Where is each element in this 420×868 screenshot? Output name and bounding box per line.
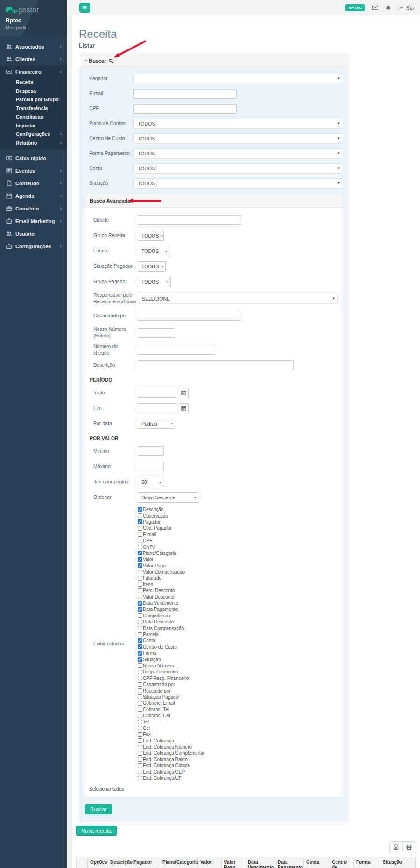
column-checkbox-tel[interactable]: Tel	[138, 719, 338, 725]
column-checkbox-itens[interactable]: Itens	[138, 581, 338, 588]
checkbox[interactable]	[138, 745, 142, 749]
input-e-mail[interactable]	[133, 89, 237, 99]
checkbox[interactable]	[138, 657, 142, 662]
sidebar-item-email-marketing[interactable]: Email Marketing‹	[0, 215, 67, 227]
column-checkbox-resp-financeiro[interactable]: Resp. Financeiro	[138, 669, 338, 675]
sidebar-item-conteudo[interactable]: Conteúdo‹	[0, 177, 67, 189]
sidebar-item-agenda[interactable]: Agenda‹	[0, 189, 67, 202]
checkbox[interactable]	[138, 757, 142, 762]
column-checkbox-forma[interactable]: Forma	[138, 650, 338, 656]
column-checkbox-observacao[interactable]: Observação	[138, 512, 338, 518]
column-checkbox-cel[interactable]: Cel	[138, 725, 338, 731]
checkbox[interactable]	[138, 620, 142, 624]
sidebar-item-clientes[interactable]: Clientes‹	[0, 53, 67, 65]
column-checkbox-e-mail[interactable]: E-mail	[138, 532, 338, 538]
checkbox[interactable]	[138, 557, 142, 562]
checkbox[interactable]	[138, 545, 142, 549]
column-checkbox-situacao-pagador[interactable]: Situação Pagador	[138, 694, 338, 700]
checkbox[interactable]	[138, 570, 142, 574]
input-inicio[interactable]	[138, 388, 177, 398]
select-plano-de-contas[interactable]: TODOS▾	[133, 119, 343, 129]
column-checkbox-valor-pago[interactable]: Valor Pago	[138, 563, 338, 569]
checkbox[interactable]	[138, 582, 142, 587]
select-grupo-pagador[interactable]: TODOS›	[138, 277, 171, 287]
column-checkbox-data-vencimento[interactable]: Data Vencimento	[138, 600, 338, 606]
column-checkbox-competencia[interactable]: Competência	[138, 613, 338, 619]
sidebar-subitem-importar[interactable]: Importar	[0, 121, 67, 130]
column-checkbox-faturado[interactable]: Faturado	[138, 575, 338, 581]
export-excel-button[interactable]	[390, 842, 402, 853]
sidebar-item-convenio[interactable]: Convênio‹	[0, 202, 67, 215]
sidebar-subitem-configuracoes[interactable]: Configurações‹	[0, 130, 67, 139]
sidebar-subitem-transferencia[interactable]: Transferência	[0, 104, 67, 113]
select-responsavel-pelo-recebimento-baixa[interactable]: SELECIONE▾	[138, 294, 338, 304]
column-checkbox-cod-pagador[interactable]: Cód. Pagador	[138, 525, 338, 531]
column-checkbox-end-cobranca[interactable]: End. Cobrança	[138, 737, 338, 743]
calendar-button[interactable]	[179, 388, 189, 398]
column-checkbox-plano-categoria[interactable]: Plano/Categoria	[138, 550, 338, 556]
column-checkbox-end-cobranca-uf[interactable]: End. Cobrança UF	[138, 775, 338, 781]
column-checkbox-valor-desconto[interactable]: Valor Desconto	[138, 594, 338, 600]
column-checkbox-data-desconto[interactable]: Data Desconto	[138, 619, 338, 625]
sidebar-item-associados[interactable]: Associados‹	[0, 40, 67, 53]
table-settings-cell[interactable]: ▾	[77, 857, 88, 868]
checkbox[interactable]	[138, 532, 142, 537]
checkbox[interactable]	[138, 551, 142, 555]
advanced-search-header[interactable]: Busca Avançada	[85, 194, 343, 208]
select-por-data[interactable]: Padrão›	[138, 419, 175, 429]
checkbox[interactable]	[138, 770, 142, 774]
input-cpf[interactable]	[133, 104, 237, 114]
column-checkbox-cnpj[interactable]: CNPJ	[138, 544, 338, 550]
input-cidade[interactable]	[138, 215, 241, 225]
app-logo[interactable]: rp gestor	[6, 6, 61, 14]
column-checkbox-recebido-por[interactable]: Recebido por	[138, 687, 338, 693]
sidebar-subitem-parcela-por-grupo[interactable]: Parcela por Grupo	[0, 95, 67, 104]
checkbox[interactable]	[138, 776, 142, 780]
column-checkbox-cobranc-tel[interactable]: Cobranc. Tel	[138, 707, 338, 713]
sidebar-item-usuario[interactable]: Usuário	[0, 227, 67, 240]
checkbox[interactable]	[138, 563, 142, 568]
checkbox[interactable]	[138, 738, 142, 743]
sidebar-subitem-conciliacao[interactable]: Conciliação	[0, 112, 67, 121]
checkbox[interactable]	[138, 613, 142, 618]
column-checkbox-valor[interactable]: Valor	[138, 556, 338, 562]
column-checkbox-fax[interactable]: Fax	[138, 731, 338, 737]
select-itens-por-pagina[interactable]: 50›	[138, 477, 163, 487]
checkbox[interactable]	[138, 519, 142, 524]
column-checkbox-centro-de-custo[interactable]: Centro de Custo	[138, 644, 338, 650]
select-conta[interactable]: TODOS▾	[133, 163, 343, 174]
checkbox[interactable]	[138, 732, 142, 737]
input-numero-do-cheque[interactable]	[138, 345, 216, 355]
messages-button[interactable]	[372, 5, 378, 11]
column-checkbox-end-cobranca-cep[interactable]: End. Cobrança CEP	[138, 769, 338, 775]
checkbox[interactable]	[138, 588, 142, 593]
checkbox[interactable]	[138, 707, 142, 712]
column-checkbox-cobranc-cel[interactable]: Cobranc. Cel	[138, 713, 338, 719]
column-checkbox-end-cobranca-numero[interactable]: End. Cobrança Número	[138, 744, 338, 750]
sidebar-subitem-relatorio[interactable]: Relatório‹	[0, 139, 67, 147]
input-descricao[interactable]	[138, 360, 294, 370]
checkbox[interactable]	[138, 726, 142, 730]
sidebar-subitem-receita[interactable]: Receita	[0, 78, 67, 87]
checkbox[interactable]	[138, 694, 142, 699]
column-checkbox-pagador[interactable]: Pagador	[138, 519, 338, 525]
column-checkbox-end-cobranca-complemento[interactable]: End. Cobrança Complemento	[138, 750, 338, 756]
column-checkbox-valor-compensacao[interactable]: Valor Compensaçao	[138, 569, 338, 575]
column-checkbox-cpf[interactable]: CPF	[138, 538, 338, 544]
column-checkbox-end-cobranca-bairro[interactable]: End. Cobrança Bairro	[138, 756, 338, 763]
checkbox[interactable]	[138, 638, 142, 643]
sidebar-item-caixa-rapido[interactable]: Caixa rápido	[0, 152, 67, 164]
column-checkbox-nosso-numero[interactable]: Nosso Número	[138, 663, 338, 669]
column-checkbox-data-pagamento[interactable]: Data Pagamento	[138, 606, 338, 612]
sidebar-item-configuracoes[interactable]: Configurações‹	[0, 240, 67, 252]
select-forma-pagamento[interactable]: TODOS▾	[133, 148, 343, 159]
search-submit-button[interactable]: Buscar	[85, 804, 112, 814]
column-checkbox-cadastrado-por[interactable]: Cadastrado por	[138, 681, 338, 687]
checkbox[interactable]	[138, 670, 142, 674]
checkbox[interactable]	[138, 607, 142, 612]
input-nosso-numero-boleto[interactable]	[138, 328, 175, 338]
select-all-link[interactable]: Selecionar todos	[85, 781, 343, 791]
print-button[interactable]	[402, 842, 415, 853]
checkbox[interactable]	[138, 751, 142, 756]
column-checkbox-cpf-resp-financeiro[interactable]: CPF Resp. Financeiro	[138, 675, 338, 681]
